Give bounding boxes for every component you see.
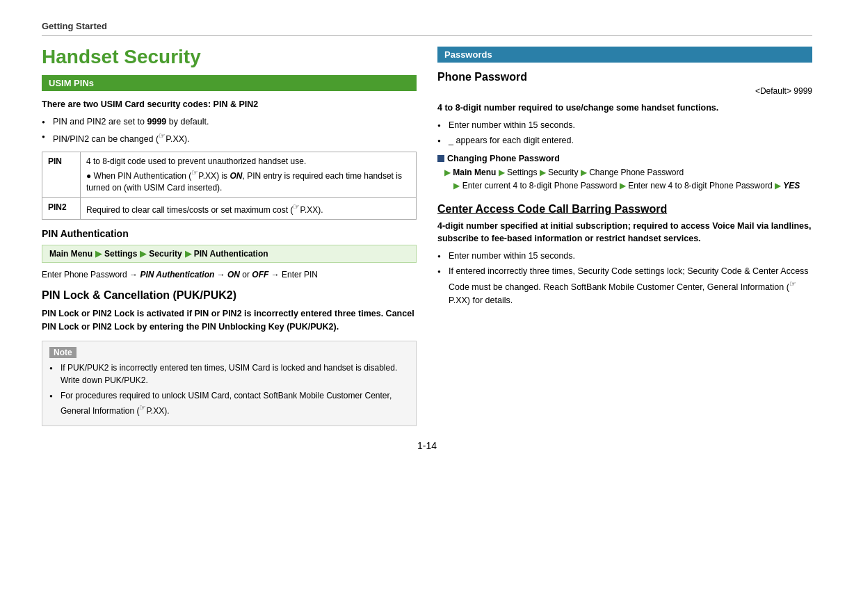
page-container: Getting Started Handset Security USIM PI…	[0, 0, 854, 616]
note-item-2: For procedures required to unlock USIM C…	[49, 389, 409, 417]
pin2-row: PIN2 Required to clear call times/costs …	[42, 197, 417, 220]
center-access-title: Center Access Code Call Barring Password	[437, 203, 812, 216]
phone-bullet-2: _ appears for each digit entered.	[437, 134, 812, 147]
pin-auth-title: PIN Authentication	[42, 228, 417, 239]
change-pw-nav: ▶ Main Menu ▶ Settings ▶ Security ▶ Chan…	[437, 166, 812, 193]
getting-started-section: Getting Started	[42, 21, 812, 36]
nav-arrow-right: ▶	[444, 168, 451, 177]
note-item-1: If PUK/PUK2 is incorrectly entered ten t…	[49, 362, 409, 387]
nav-arr4: ▶	[453, 181, 460, 191]
center-access-desc: 4-digit number specified at initial subs…	[437, 220, 812, 246]
pin-lock-title: PIN Lock & Cancellation (PUK/PUK2)	[42, 289, 417, 302]
blue-square-icon	[437, 155, 444, 162]
nav-arr3: ▶	[581, 168, 587, 177]
main-content: Handset Security USIM PINs There are two…	[42, 47, 812, 426]
pin-auth-enter-text: Enter Phone Password → PIN Authenticatio…	[42, 268, 417, 281]
passwords-section-label: Passwords	[444, 49, 492, 60]
note-box: Note If PUK/PUK2 is incorrectly entered …	[42, 341, 417, 426]
left-column: Handset Security USIM PINs There are two…	[42, 47, 417, 426]
usim-intro: There are two USIM Card security codes: …	[42, 98, 417, 111]
nav-arrow-2: ▶	[140, 249, 146, 259]
pin-label: PIN	[42, 152, 81, 197]
nav-arr2: ▶	[540, 168, 546, 177]
nav-arr6: ▶	[775, 181, 781, 191]
phone-password-desc: 4 to 8-digit number required to use/chan…	[437, 102, 812, 115]
nav-change: Change Phone Password	[589, 168, 684, 177]
pin2-content: Required to clear call times/costs or se…	[81, 197, 417, 220]
change-pw-label: Changing Phone Password	[447, 154, 560, 163]
usim-section-label: USIM PINs	[49, 78, 94, 88]
phone-password-title: Phone Password	[437, 71, 812, 83]
nav-security: Security	[149, 249, 182, 259]
nav-step1: Enter current 4 to 8-digit Phone Passwor…	[462, 181, 618, 191]
pin2-label: PIN2	[42, 197, 81, 220]
usim-bullets: PIN and PIN2 are set to 9999 by default.…	[42, 115, 417, 147]
pin-content: 4 to 8-digit code used to prevent unauth…	[81, 152, 417, 197]
phone-bullet-1: Enter number within 15 seconds.	[437, 119, 812, 132]
nav-yes: YES	[783, 181, 800, 191]
note-list: If PUK/PUK2 is incorrectly entered ten t…	[49, 362, 409, 417]
center-bullet-2: If entered incorrectly three times, Secu…	[437, 265, 812, 307]
pin-row: PIN 4 to 8-digit code used to prevent un…	[42, 152, 417, 197]
page-number: 1-14	[42, 440, 812, 451]
nav-arr5: ▶	[620, 181, 626, 191]
bullet-item-1: PIN and PIN2 are set to 9999 by default.	[42, 115, 417, 129]
default-label: <Default> 9999	[437, 86, 812, 96]
nav-settings: Settings	[104, 249, 137, 259]
right-column: Passwords Phone Password <Default> 9999 …	[437, 47, 812, 426]
nav-settings-r: Settings	[507, 168, 537, 177]
nav-pin-auth: PIN Authentication	[194, 249, 268, 259]
nav-arrow-1: ▶	[95, 249, 102, 259]
usim-section-bar: USIM PINs	[42, 75, 417, 91]
center-access-bullets: Enter number within 15 seconds. If enter…	[437, 250, 812, 307]
section-label: Getting Started	[42, 21, 812, 36]
center-bullet-1: Enter number within 15 seconds.	[437, 250, 812, 263]
pin-table: PIN 4 to 8-digit code used to prevent un…	[42, 152, 417, 220]
page-title: Handset Security	[42, 47, 417, 68]
passwords-section-bar: Passwords	[437, 47, 812, 63]
nav-arrow-3: ▶	[185, 249, 191, 259]
nav-main: Main Menu	[453, 168, 496, 177]
nav-security-r: Security	[548, 168, 578, 177]
change-pw-title: Changing Phone Password	[437, 154, 812, 163]
nav-main-menu: Main Menu	[49, 249, 92, 259]
pin-lock-body: PIN Lock or PIN2 Lock is activated if PI…	[42, 307, 417, 334]
note-label: Note	[49, 347, 76, 358]
pin-auth-nav-box: Main Menu ▶ Settings ▶ Security ▶ PIN Au…	[42, 245, 417, 263]
phone-password-bullets: Enter number within 15 seconds. _ appear…	[437, 119, 812, 147]
nav-step2: Enter new 4 to 8-digit Phone Password	[628, 181, 772, 191]
nav-arr1: ▶	[499, 168, 505, 177]
bullet-item-2: PIN/PIN2 can be changed (☞P.XX).	[42, 130, 417, 146]
